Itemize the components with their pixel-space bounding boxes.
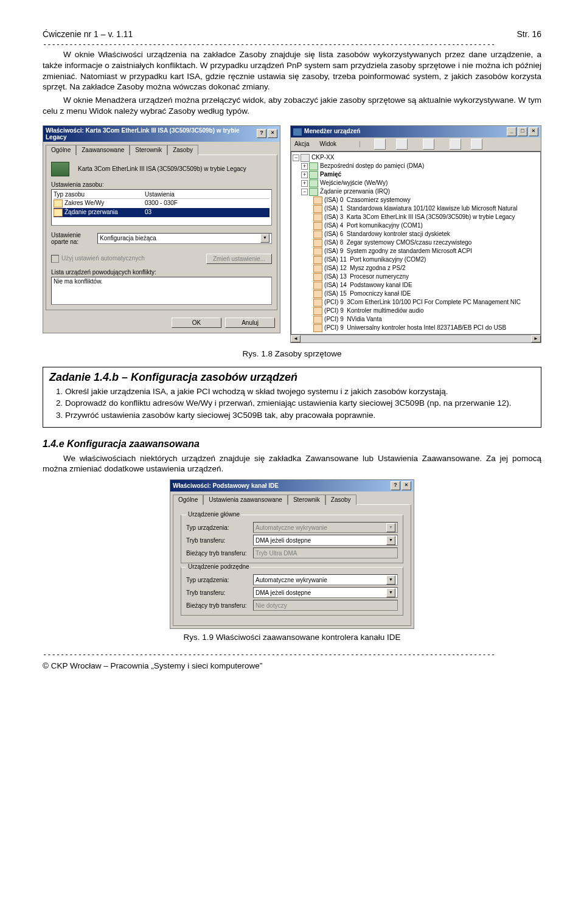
device-icon	[313, 307, 322, 315]
toolbar-back-icon[interactable]	[374, 139, 386, 150]
chevron-down-icon[interactable]: ▼	[386, 588, 395, 597]
tree-irq-item[interactable]: (ISA) 9 System zgodny ze standardem Micr…	[313, 247, 539, 255]
tree-irq-item[interactable]: (ISA) 15 Pomocniczy kanał IDE	[313, 290, 539, 298]
paragraph-1: W oknie Właściwości urządzenia na zakład…	[43, 49, 541, 92]
chevron-down-icon[interactable]: ▼	[260, 234, 269, 243]
toolbar-props-icon[interactable]	[471, 139, 482, 150]
f-transfer-value[interactable]: DMA jeżeli dostępne	[255, 537, 311, 544]
menu-bar: Akcja Widok |	[291, 137, 541, 151]
irq-icon	[54, 209, 63, 217]
change-setting-button[interactable]: Zmień ustawienie...	[206, 254, 272, 264]
tree-dma[interactable]: Bezpośredni dostęp do pamięci (DMA)	[320, 162, 424, 169]
tree-io[interactable]: Wejście/wyjście (We/Wy)	[320, 179, 388, 186]
chevron-down-icon[interactable]: ▼	[386, 536, 395, 545]
minimize-icon[interactable]: _	[507, 127, 516, 136]
task-item-3: Przywróć ustawienia zasobów karty siecio…	[65, 410, 535, 421]
close-icon[interactable]: ×	[529, 127, 538, 136]
io-range-icon	[54, 200, 63, 207]
menu-action[interactable]: Akcja	[294, 141, 309, 147]
header-right: Str. 16	[517, 29, 541, 39]
tree-mem[interactable]: Pamięć	[320, 171, 341, 178]
adv-tab-resources[interactable]: Zasoby	[325, 495, 356, 505]
toolbar-fwd-icon[interactable]	[396, 139, 408, 150]
conflicts-label: Lista urządzeń powodujących konflikty:	[51, 269, 272, 276]
auto-checkbox	[51, 255, 59, 263]
tree-irq-item[interactable]: (PCI) 9 3Com EtherLink 10/100 PCI For Co…	[313, 298, 539, 307]
res-row2-type: Żądanie przerwania	[64, 209, 118, 215]
network-card-icon	[51, 162, 69, 176]
adv-tab-driver[interactable]: Sterownik	[288, 495, 325, 505]
tab-driver[interactable]: Sterownik	[130, 145, 167, 155]
base-label: Ustawienie oparte na:	[51, 232, 94, 245]
device-icon	[313, 248, 322, 255]
close-icon[interactable]: ×	[401, 481, 411, 490]
tree-irq[interactable]: Żądanie przerwania (IRQ)	[320, 188, 390, 195]
cancel-button[interactable]: Anuluj	[225, 318, 275, 328]
f-type-label: Typ urządzenia:	[186, 524, 253, 531]
f-type-value: Automatyczne wykrywanie	[255, 524, 327, 531]
tree-irq-item[interactable]: (ISA) 12 Mysz zgodna z PS/2	[313, 264, 539, 273]
advanced-properties-window: Właściwości: Podstawowy kanał IDE ? × Og…	[170, 479, 414, 629]
paragraph-2: W oknie Menadżera urządzeń można przełąc…	[43, 95, 541, 117]
close-icon[interactable]: ×	[268, 129, 277, 138]
props-title: Właściwości: Karta 3Com EtherLink III IS…	[46, 127, 257, 141]
properties-window: Właściwości: Karta 3Com EtherLink III IS…	[43, 125, 280, 333]
tree-irq-item[interactable]: (PCI) 9 Kontroler multimediów audio	[313, 307, 539, 315]
tree-irq-item[interactable]: (ISA) 0 Czasomierz systemowy	[313, 196, 539, 204]
adv-tab-advanced[interactable]: Ustawienia zaawansowane	[203, 495, 288, 505]
devmgr-icon	[293, 128, 302, 136]
toolbar-refresh-icon[interactable]	[450, 139, 461, 150]
device-icon	[313, 299, 322, 307]
f2-current-label: Bieżący tryb transferu:	[186, 602, 253, 609]
base-value[interactable]: Konfiguracja bieżąca	[100, 235, 156, 241]
tab-general[interactable]: Ogólne	[46, 145, 76, 155]
device-icon	[313, 231, 322, 238]
group-primary-label: Urządzenie główne	[186, 511, 242, 518]
menu-view[interactable]: Widok	[319, 141, 336, 147]
memory-icon	[309, 171, 318, 179]
col-settings: Ustawienia	[145, 191, 175, 198]
help-icon[interactable]: ?	[257, 129, 266, 138]
tree-irq-item[interactable]: (ISA) 14 Podstawowy kanał IDE	[313, 281, 539, 290]
device-tree[interactable]: −CKP-XX +Bezpośredni dostęp do pamięci (…	[291, 151, 541, 335]
tab-advanced[interactable]: Zaawansowane	[76, 145, 130, 155]
res-row2-val: 03	[145, 209, 151, 217]
f-current-label: Bieżący tryb transferu:	[186, 550, 253, 557]
tree-irq-item[interactable]: (ISA) 3 Karta 3Com EtherLink III ISA (3C…	[313, 213, 539, 221]
f2-transfer-label: Tryb transferu:	[186, 589, 253, 596]
tree-irq-item[interactable]: (ISA) 1 Standardowa klawiatura 101/102 k…	[313, 204, 539, 213]
conflicts-list: Nie ma konfliktów.	[51, 277, 272, 305]
help-icon[interactable]: ?	[391, 481, 400, 490]
res-row1-val: 0300 - 030F	[145, 200, 178, 207]
tree-irq-item[interactable]: (PCI) 9 NVidia Vanta	[313, 315, 539, 324]
hscrollbar[interactable]: ◄►	[291, 335, 541, 342]
f-transfer-label: Tryb transferu:	[186, 537, 253, 544]
chevron-down-icon[interactable]: ▼	[386, 575, 395, 585]
f2-transfer-value[interactable]: DMA jeżeli dostępne	[255, 589, 311, 596]
device-manager-window: Menedżer urządzeń _ □ × Akcja Widok | −C…	[290, 125, 541, 343]
tree-irq-item[interactable]: (ISA) 4 Port komunikacyjny (COM1)	[313, 221, 539, 230]
toolbar-tree-icon[interactable]	[423, 139, 434, 150]
tree-irq-item[interactable]: (ISA) 6 Standardowy kontroler stacji dys…	[313, 230, 539, 238]
tree-irq-item[interactable]: (PCI) 9 Uniwersalny kontroler hosta Inte…	[313, 324, 539, 332]
tab-resources[interactable]: Zasoby	[167, 145, 198, 155]
device-icon	[313, 196, 322, 204]
tree-irq-item[interactable]: (ISA) 11 Port komunikacyjny (COM2)	[313, 255, 539, 264]
device-icon	[313, 214, 322, 221]
f2-type-value[interactable]: Automatyczne wykrywanie	[255, 577, 327, 583]
adv-tab-general[interactable]: Ogólne	[173, 495, 203, 505]
col-type: Typ zasobu	[54, 191, 145, 198]
computer-icon	[301, 154, 310, 162]
f-current-value: Tryb Ultra DMA	[255, 550, 297, 557]
figure-caption-1: Rys. 1.8 Zasoby sprzętowe	[43, 349, 541, 358]
device-name: Karta 3Com EtherLink III ISA (3C509/3C50…	[78, 165, 246, 172]
tree-irq-item[interactable]: (ISA) 8 Zegar systemowy CMOS/czasu rzecz…	[313, 238, 539, 247]
resources-label: Ustawienia zasobu:	[51, 181, 272, 188]
tree-irq-item[interactable]: (ISA) 13 Procesor numeryczny	[313, 273, 539, 281]
device-icon	[313, 316, 322, 324]
maximize-icon[interactable]: □	[518, 127, 527, 136]
ok-button[interactable]: OK	[172, 318, 221, 328]
figure-caption-2: Rys. 1.9 Właściwości zaawansowane kontro…	[43, 633, 541, 642]
divider: ----------------------------------------…	[43, 650, 541, 659]
device-icon	[313, 205, 322, 213]
